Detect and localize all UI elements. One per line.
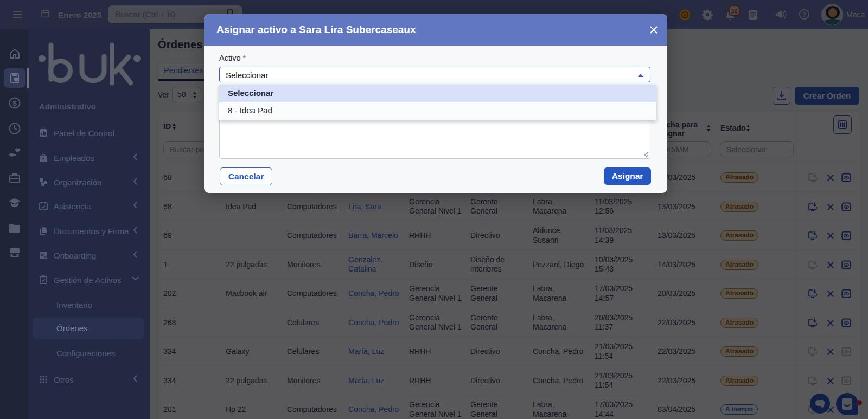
svg-text:?: ? — [802, 11, 806, 18]
svg-text:$: $ — [12, 99, 17, 107]
